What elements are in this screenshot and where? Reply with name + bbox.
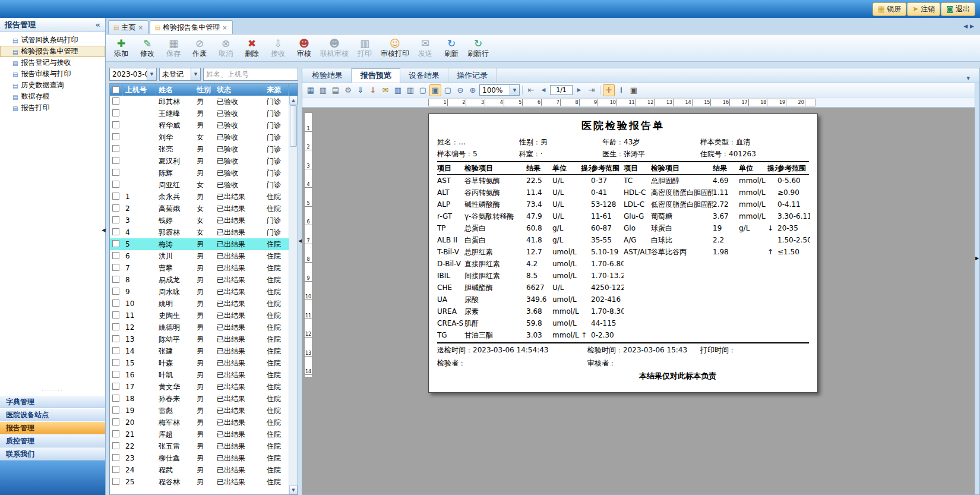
patient-row[interactable]: 22 张五雷 男 已出结果 住院: [110, 440, 289, 452]
row-checkbox[interactable]: [112, 323, 119, 330]
patient-row[interactable]: 王继峰 男 已验收 门诊: [110, 108, 289, 119]
patient-row[interactable]: 19 雷彪 男 已出结果 住院: [110, 405, 289, 417]
previous-page-button[interactable]: [538, 84, 549, 96]
accordion-section[interactable]: 联系我们: [0, 447, 105, 461]
patient-row[interactable]: 17 黄文华 男 已出结果 住院: [110, 381, 289, 393]
patient-row[interactable]: 11 史陶生 男 已出结果 住院: [110, 310, 289, 321]
column-header-source[interactable]: 来源: [264, 84, 289, 96]
row-checkbox[interactable]: [112, 478, 119, 485]
patient-row[interactable]: 邱其林 男 已验收 门诊: [110, 96, 289, 108]
print-report-icon[interactable]: ▥: [392, 84, 404, 96]
preview-tab[interactable]: 报告预览: [352, 68, 400, 83]
patient-row[interactable]: 1 余永兵 男 已出结果 住院: [110, 191, 289, 203]
patient-row[interactable]: 2 高菊娥 女 已出结果 住院: [110, 203, 289, 215]
patient-row[interactable]: 4 郭霞林 女 已出结果 门诊: [110, 226, 289, 238]
search-input[interactable]: [203, 68, 298, 81]
row-checkbox[interactable]: [112, 347, 119, 354]
page-setup-icon[interactable]: ▦: [305, 84, 317, 96]
sidebar-menu-item[interactable]: 报告登记与接收: [0, 57, 105, 68]
scroll-down-icon[interactable]: [289, 485, 298, 494]
toolbar-button[interactable]: ↻ 刷新行: [464, 35, 492, 61]
scrollbar-thumb[interactable]: [290, 105, 297, 147]
patient-row[interactable]: 12 姚德明 男 已出结果 住院: [110, 321, 289, 333]
patient-row[interactable]: 3 钱婷 女 已出结果 门诊: [110, 215, 289, 226]
patient-row[interactable]: 15 叶森 男 已出结果 住院: [110, 357, 289, 369]
row-checkbox[interactable]: [112, 193, 119, 200]
print-dialog-icon[interactable]: ▥: [317, 84, 329, 96]
patient-row[interactable]: 21 库超 男 已出结果 住院: [110, 428, 289, 440]
row-checkbox[interactable]: [112, 288, 119, 295]
sidebar-menu-item[interactable]: 数据存根: [0, 91, 105, 102]
zoom-select[interactable]: 100%: [479, 84, 520, 96]
row-checkbox[interactable]: [112, 395, 119, 402]
patient-row[interactable]: 10 姚明 男 已出结果 住院: [110, 298, 289, 310]
patient-row[interactable]: 14 张建 男 已出结果 住院: [110, 345, 289, 357]
page-number-box[interactable]: 1/1: [550, 85, 573, 95]
row-checkbox[interactable]: [112, 466, 119, 473]
text-select-icon[interactable]: I: [615, 84, 627, 96]
date-select[interactable]: 2023-03-06: [109, 68, 157, 81]
toolbar-button[interactable]: ☻ 审核: [291, 35, 317, 61]
copy-icon[interactable]: ▣: [628, 84, 640, 96]
row-checkbox[interactable]: [112, 418, 119, 425]
row-checkbox[interactable]: [112, 264, 119, 271]
last-page-button[interactable]: [586, 84, 598, 96]
row-checkbox[interactable]: [112, 335, 119, 342]
options-icon[interactable]: ⚙: [342, 84, 354, 96]
topbar-button[interactable]: ◙ 退出: [941, 2, 975, 16]
toolbar-button[interactable]: ▥ 打印: [352, 35, 378, 61]
row-checkbox[interactable]: [112, 359, 119, 366]
toolbar-button[interactable]: ☻ 联机审核: [317, 35, 352, 61]
pan-tool-icon[interactable]: ✛: [603, 84, 615, 96]
row-checkbox[interactable]: [112, 454, 119, 461]
tab-close-icon[interactable]: [222, 24, 227, 31]
toolbar-button[interactable]: ✖ 删除: [239, 35, 265, 61]
patient-row[interactable]: 13 陈幼平 男 已出结果 住院: [110, 333, 289, 345]
column-header-machine-no[interactable]: 上机号: [123, 84, 156, 96]
right-panel-splitter[interactable]: [975, 83, 979, 494]
quick-print-icon[interactable]: ▤: [330, 84, 342, 96]
patient-row[interactable]: 刘华 女 已验收 门诊: [110, 131, 289, 143]
send-mail-icon[interactable]: ✉: [380, 84, 391, 96]
row-checkbox[interactable]: [112, 181, 119, 188]
zoom-out-icon[interactable]: ⊖: [454, 84, 466, 96]
scrollbar-track[interactable]: [289, 147, 298, 485]
sidebar-menu-item[interactable]: 历史数据查询: [0, 80, 105, 91]
toolbar-button[interactable]: ✉ 发送: [412, 35, 438, 61]
patient-row[interactable]: 7 曹攀 男 已出结果 住院: [110, 262, 289, 274]
toolbar-button[interactable]: ✚ 添加: [108, 35, 134, 61]
tab-scroll-arrows[interactable]: ◀▶: [963, 23, 976, 29]
more-tabs-icon[interactable]: [967, 73, 970, 81]
patient-row[interactable]: 6 洪川 男 已出结果 住院: [110, 250, 289, 262]
row-checkbox[interactable]: [112, 406, 119, 414]
sidebar-menu-item[interactable]: 报告审核与打印: [0, 68, 105, 80]
topbar-button[interactable]: ▦ 锁屏: [872, 2, 906, 16]
status-select[interactable]: 未登记: [159, 68, 201, 81]
scroll-up-icon[interactable]: [289, 96, 298, 105]
column-header-name[interactable]: 姓名: [156, 84, 194, 96]
preview-tab[interactable]: 检验结果: [304, 68, 352, 83]
preview-tab[interactable]: 操作记录: [448, 68, 497, 83]
row-checkbox[interactable]: [112, 442, 119, 449]
preview-tab[interactable]: 设备结果: [400, 68, 448, 83]
row-checkbox[interactable]: [112, 371, 119, 378]
sidebar-menu-item[interactable]: 报告打印: [0, 102, 105, 113]
sidebar-collapse-handle[interactable]: [102, 227, 106, 233]
row-checkbox[interactable]: [112, 204, 119, 212]
sidebar-menu-item[interactable]: 检验报告集中管理: [0, 46, 105, 57]
patient-row[interactable]: 8 易成龙 男 已出结果 住院: [110, 274, 289, 286]
accordion-section[interactable]: 报告管理: [0, 421, 105, 434]
next-page-button[interactable]: [573, 84, 585, 96]
patient-row[interactable]: 张亮 男 已验收 门诊: [110, 143, 289, 155]
accordion-section[interactable]: 医院设备站点: [0, 408, 105, 421]
grid-vertical-scrollbar[interactable]: [289, 96, 298, 494]
row-checkbox[interactable]: [112, 276, 119, 283]
zoom-in-icon[interactable]: ⊕: [467, 84, 479, 96]
toolbar-button[interactable]: ▦ 保存: [160, 35, 186, 61]
patient-row[interactable]: 9 周水咏 男 已出结果 住院: [110, 286, 289, 298]
toolbar-button[interactable]: ☺ 审核打印: [378, 35, 412, 61]
export-file-icon[interactable]: ⇓: [355, 84, 366, 96]
document-tab[interactable]: 检验报告集中管理: [150, 20, 233, 34]
toolbar-button[interactable]: ⊗ 取消: [213, 35, 239, 61]
row-checkbox[interactable]: [112, 97, 119, 105]
